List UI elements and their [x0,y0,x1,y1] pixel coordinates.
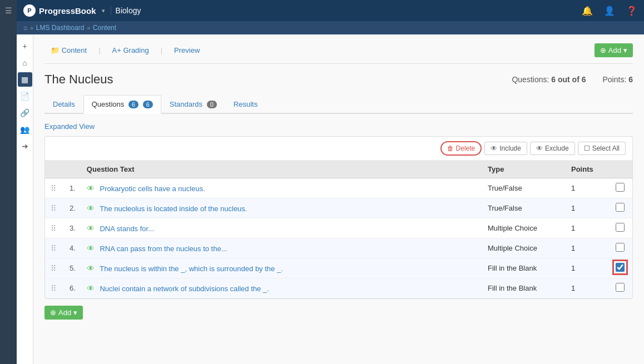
brand-logo: P [23,4,36,17]
delete-button[interactable]: 🗑 Delete [440,141,482,156]
tab-link-preview[interactable]: Preview [168,43,206,58]
left-icon-users[interactable]: 👥 [18,122,32,137]
tab-link-content[interactable]: 📁 Content [44,43,93,58]
row-checkbox[interactable] [616,203,625,212]
expanded-view-link[interactable]: Expanded View [44,122,95,131]
breadcrumb-lms[interactable]: LMS Dashboard [36,24,85,32]
sidebar-icon-1[interactable]: ☰ [1,3,16,18]
row-number: 6. [64,278,81,298]
checkbox-cell [610,238,632,258]
questions-stat: Questions: 6 out of 6 [512,75,586,84]
left-icon-plus[interactable]: + [18,39,32,53]
include-button[interactable]: 👁 Include [484,142,527,155]
table-row: ⠿ 5. 👁 The nucleus is within the _, whic… [45,258,632,278]
table-row: ⠿ 3. 👁 DNA stands for... Multiple Choice… [45,218,632,238]
left-icon-link[interactable]: 🔗 [18,106,32,120]
trash-icon: 🗑 [447,144,454,152]
dropdown-arrow[interactable]: ▾ [102,7,105,14]
left-icon-home[interactable]: ⌂ [18,56,32,70]
left-icon-book[interactable]: 📄 [18,89,32,103]
breadcrumb-home[interactable]: ⌂ [23,24,27,32]
drag-handle-cell: ⠿ [45,218,64,238]
points-stat: Points: 6 [603,75,633,84]
row-checkbox[interactable] [616,223,625,232]
drag-handle-cell: ⠿ [45,198,64,218]
select-all-button[interactable]: ☐ Select All [578,142,626,155]
drag-handle-cell: ⠿ [45,278,64,298]
tab-details[interactable]: Details [44,95,83,113]
tab-questions[interactable]: Questions 6 6 [83,95,161,114]
question-link[interactable]: The nucleolus is located inside of the n… [100,205,247,213]
top-toolbar: 📁 Content | A+ Grading | Preview ⊕ Add ▾ [44,43,633,64]
eye-icon: 👁 [87,264,95,273]
question-link[interactable]: DNA stands for... [100,225,154,233]
page-header: The Nucleus Questions: 6 out of 6 Points… [44,72,633,87]
user-icon[interactable]: 👤 [604,6,615,16]
page-content: 📁 Content | A+ Grading | Preview ⊕ Add ▾ [33,34,644,364]
question-link[interactable]: The nucleus is within the _, which is su… [100,265,283,273]
row-number: 3. [64,218,81,238]
row-checkbox[interactable] [616,283,625,292]
page-title: The Nucleus [44,72,512,87]
tab-standards[interactable]: Standards 0 [161,95,225,113]
tab-link-grading[interactable]: A+ Grading [106,43,155,58]
drag-handle-icon[interactable]: ⠿ [51,224,56,233]
add-button-bottom[interactable]: ⊕ Add ▾ [44,306,83,320]
question-text-cell: 👁 DNA stands for... [81,218,482,238]
question-link[interactable]: Prokaryotic cells have a nucleus. [100,185,205,193]
drag-handle-icon[interactable]: ⠿ [51,244,56,253]
questions-table-container: 🗑 Delete 👁 Include 👁 Exclude ☐ Select Al… [44,136,633,299]
row-number: 4. [64,238,81,258]
col-type: Type [482,161,566,178]
question-link[interactable]: RNA can pass from the nucleus to the... [100,245,227,253]
question-text-cell: 👁 Prokaryotic cells have a nucleus. [81,178,482,198]
row-number: 2. [64,198,81,218]
drag-handle-cell: ⠿ [45,258,64,278]
left-icon-grid[interactable]: ▦ [18,72,32,87]
brand: P ProgressBook [23,4,96,17]
checkbox-cell [610,218,632,238]
drag-handle-icon[interactable]: ⠿ [51,204,56,213]
add-icon-bottom: ⊕ [50,308,56,317]
checkbox-select-all-icon: ☐ [584,144,590,152]
row-number: 1. [64,178,81,198]
type-cell: Multiple Choice [482,218,566,238]
drag-handle-icon[interactable]: ⠿ [51,184,56,193]
table-row: ⠿ 4. 👁 RNA can pass from the nucleus to … [45,238,632,258]
row-number: 5. [64,258,81,278]
main-wrapper: P ProgressBook ▾ Biology 🔔 👤 ❓ ⌂ » LMS D… [17,0,644,364]
breadcrumb-content[interactable]: Content [93,24,116,32]
col-drag [45,161,64,178]
eye-include-icon: 👁 [491,144,497,152]
breadcrumb: ⌂ » LMS Dashboard » Content [17,21,644,34]
eye-icon: 👁 [87,284,95,293]
drag-handle-cell: ⠿ [45,238,64,258]
exclude-button[interactable]: 👁 Exclude [530,142,575,155]
eye-exclude-icon: 👁 [536,144,543,152]
navbar: P ProgressBook ▾ Biology 🔔 👤 ❓ [17,0,644,21]
col-question-text: Question Text [81,161,482,178]
action-bar: 🗑 Delete 👁 Include 👁 Exclude ☐ Select Al… [45,137,632,161]
question-text-cell: 👁 RNA can pass from the nucleus to the..… [81,238,482,258]
drag-handle-icon[interactable]: ⠿ [51,264,56,273]
help-icon[interactable]: ❓ [626,6,637,16]
type-cell: Multiple Choice [482,238,566,258]
left-icon-bar: + ⌂ ▦ 📄 🔗 👥 ➜ [17,34,33,364]
drag-handle-icon[interactable]: ⠿ [51,284,56,293]
row-checkbox[interactable] [616,183,625,192]
add-button-top[interactable]: ⊕ Add ▾ [595,43,633,57]
tab-results[interactable]: Results [225,95,266,113]
notification-icon[interactable]: 🔔 [582,6,593,16]
points-cell: 1 [566,218,610,238]
row-checkbox[interactable] [616,243,625,252]
row-checkbox[interactable] [616,263,625,272]
type-cell: Fill in the Blank [482,278,566,298]
type-cell: Fill in the Blank [482,258,566,278]
col-num [64,161,81,178]
question-text-cell: 👁 The nucleolus is located inside of the… [81,198,482,218]
table-row: ⠿ 2. 👁 The nucleolus is located inside o… [45,198,632,218]
question-link[interactable]: Nuclei contain a network of subdivisions… [100,285,269,293]
checkbox-cell [610,258,632,278]
left-icon-arrow[interactable]: ➜ [18,139,32,153]
course-name[interactable]: Biology [111,6,146,15]
